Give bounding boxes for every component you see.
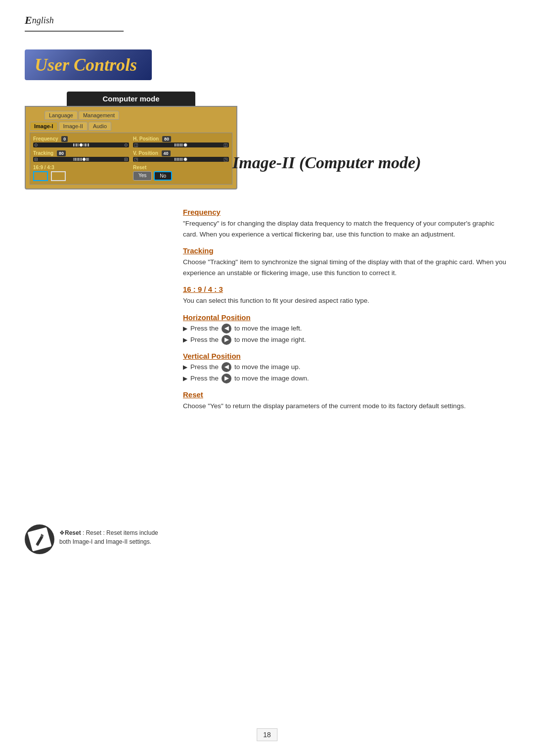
slider-knob3[interactable] (183, 143, 187, 147)
tab-language[interactable]: Language (44, 111, 78, 120)
v-pos-bullet-1: ▶ Press the ◀ to move the image up. (183, 362, 509, 372)
v-pos-bullet-2: ▶ Press the ▶ to move the image down. (183, 374, 509, 383)
tracking-slider[interactable]: ⊟ ⊟ (33, 157, 129, 162)
left-arrow-btn: ◀ (222, 324, 231, 333)
frequency-label: Frequency 0 (33, 136, 129, 142)
tab-image-i[interactable]: Image-I (30, 122, 58, 131)
page-number: 18 (257, 728, 277, 741)
reset-no-button[interactable]: No (154, 171, 172, 181)
computer-mode-panel: Computer mode Language Management Image-… (25, 92, 237, 189)
tracking-row: Tracking 80 ⊟ ⊟ (33, 150, 129, 162)
slider-icon-left: ⊙ (34, 142, 38, 147)
panel-right: H. Position 80 ◫ ◫ (133, 136, 229, 181)
reset-yes-button[interactable]: Yes (133, 171, 152, 181)
panel-title: Computer mode (67, 92, 195, 106)
language-rest: nglish (32, 15, 54, 26)
header-divider (25, 31, 124, 32)
v-position-value: 40 (162, 150, 171, 156)
slider-icon-right2: ⊟ (124, 157, 128, 162)
v-position-slider[interactable]: ◳ ◳ (133, 157, 229, 162)
panel-left: Frequency 0 ⊙ ⊙ Tr (33, 136, 129, 181)
note-text: ❖Reset : Reset : Reset items include bot… (59, 528, 163, 546)
user-controls-title: User Controls (25, 49, 152, 80)
slider-icon-left2: ⊟ (34, 157, 38, 162)
frequency-text: "Frequency" is for changing the display … (183, 218, 509, 239)
bullet-arrow-2: ▶ (183, 336, 187, 343)
reset-text: Choose "Yes" to return the display param… (183, 401, 509, 412)
header-language: E nglish (25, 14, 54, 27)
reset-label: Reset (133, 165, 229, 170)
note-area: ❖Reset : Reset : Reset items include bot… (25, 524, 163, 554)
v-position-label: V. Position 40 (133, 150, 229, 156)
aspect-text: You can select this function to fit your… (183, 295, 509, 306)
tab-image-ii[interactable]: Image-II (59, 122, 88, 131)
slider-icon-right3: ◫ (223, 142, 228, 147)
image2-section-title: Image-II (Computer mode) (232, 153, 509, 172)
aspect-label: 16:9 / 4:3 (33, 165, 129, 170)
slider-knob4[interactable] (183, 157, 187, 161)
aspect-boxes (33, 171, 129, 181)
h-pos-bullet-1: ▶ Press the ◀ to move the image left. (183, 324, 509, 333)
tracking-heading: Tracking (183, 246, 509, 255)
tracking-text: Choose "Tracking" item to synchronize th… (183, 257, 509, 278)
slider-icon-right4: ◳ (223, 157, 228, 162)
h-position-slider[interactable]: ◫ ◫ (133, 142, 229, 147)
v-position-row: V. Position 40 ◳ ◳ (133, 150, 229, 162)
h-position-value: 80 (162, 136, 171, 142)
slider-icon-left3: ◫ (134, 142, 138, 147)
reset-buttons: Yes No (133, 171, 229, 181)
panel-body: Language Management Image-I Image-II Aud… (25, 106, 237, 189)
slider-knob2[interactable] (82, 157, 86, 161)
h-position-row: H. Position 80 ◫ ◫ (133, 136, 229, 147)
h-position-heading: Horizontal Position (183, 313, 509, 322)
note-pencil-icon (28, 527, 52, 552)
tabs-row: Language Management (30, 111, 232, 120)
note-icon-wrap (25, 524, 54, 554)
tab-management[interactable]: Management (79, 111, 119, 120)
frequency-heading: Frequency (183, 208, 509, 216)
aspect-row: 16:9 / 4:3 (33, 165, 129, 181)
h-position-label: H. Position 80 (133, 136, 229, 142)
slider-icon-right: ⊙ (124, 142, 128, 147)
frequency-value: 0 (61, 136, 68, 142)
tracking-label: Tracking 80 (33, 150, 129, 156)
bullet-arrow-4: ▶ (183, 375, 187, 382)
tracking-value: 80 (57, 150, 66, 156)
reset-row: Reset Yes No (133, 165, 229, 181)
bullet-arrow-3: ▶ (183, 364, 187, 371)
slider-icon-left4: ◳ (134, 157, 138, 162)
tab-audio[interactable]: Audio (89, 122, 111, 131)
h-pos-bullet-2: ▶ Press the ▶ to move the image right. (183, 335, 509, 345)
language-e-letter: E (25, 14, 32, 27)
aspect-box-2[interactable] (51, 171, 66, 181)
v-position-heading: Vertical Position (183, 352, 509, 360)
aspect-heading: 16 : 9 / 4 : 3 (183, 285, 509, 293)
up-arrow-btn: ◀ (222, 362, 231, 372)
reset-heading: Reset (183, 390, 509, 399)
right-arrow-btn: ▶ (222, 335, 231, 345)
panel-inner: Frequency 0 ⊙ ⊙ Tr (30, 133, 232, 185)
tabs-row-2: Image-I Image-II Audio (30, 122, 232, 131)
aspect-box-1[interactable] (33, 171, 48, 181)
frequency-slider[interactable]: ⊙ ⊙ (33, 142, 129, 147)
down-arrow-btn: ▶ (222, 374, 231, 383)
bullet-arrow-1: ▶ (183, 325, 187, 332)
frequency-row: Frequency 0 ⊙ ⊙ (33, 136, 129, 147)
main-content: Frequency "Frequency" is for changing th… (183, 208, 509, 412)
slider-knob[interactable] (79, 143, 83, 147)
